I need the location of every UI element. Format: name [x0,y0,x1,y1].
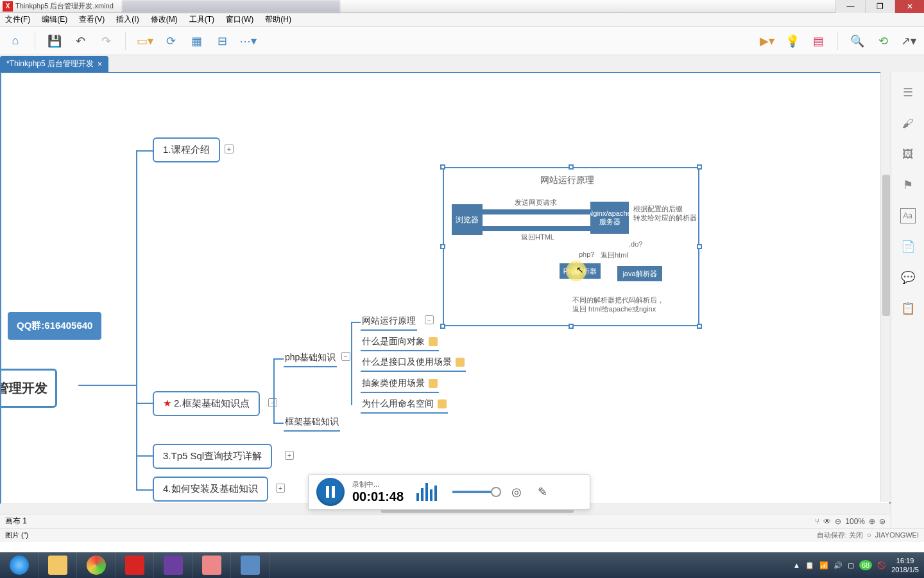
menu-help[interactable]: 帮助(H) [262,14,294,25]
root-topic[interactable]: 5 后台管理开发 [0,369,57,408]
start-button[interactable] [0,552,38,578]
pause-button[interactable] [316,478,345,506]
menu-file[interactable]: 文件(F) [3,14,33,25]
menu-view[interactable]: 查看(V) [76,14,107,25]
relationship-icon[interactable]: ⟳ [160,31,181,51]
sub-oop[interactable]: 什么是面向对象 [361,333,439,351]
diagram-desc1: 根据配置的后缀 [633,204,683,214]
tray-icon[interactable]: 🔊 [834,561,843,570]
app-icon[interactable] [193,552,231,578]
resize-handle[interactable] [569,324,574,329]
marker-icon[interactable]: ⚑ [900,177,916,193]
more-icon[interactable]: ⋯▾ [237,31,258,51]
image-icon[interactable]: 🖼 [900,146,916,162]
volume-slider[interactable] [452,491,497,493]
insert-topic-icon[interactable]: ▭▾ [135,31,155,51]
phpstorm-icon[interactable] [154,552,193,578]
collapse-icon[interactable]: − [341,352,350,361]
recorder-widget[interactable]: 录制中... 00:01:48 ◎ ✎ [308,474,590,510]
font-icon[interactable]: Aa [900,208,916,223]
vertical-scrollbar[interactable] [880,72,891,502]
node-install[interactable]: 4.如何安装及基础知识 [153,477,268,502]
zoom-out-icon[interactable]: ⊖ [835,517,841,526]
tab-close-icon[interactable]: × [98,60,102,69]
clock-time: 16:19 [891,556,919,565]
node-sql[interactable]: 3.Tp5 Sql查询技巧详解 [153,444,272,469]
eye-icon[interactable]: 👁 [823,517,831,526]
redo-icon[interactable]: ↷ [96,31,116,51]
scrollbar-thumb[interactable] [882,175,890,316]
autosave-status: 自动保存: 关闭 [817,531,863,539]
expand-icon[interactable]: + [285,451,294,460]
webcam-icon[interactable]: ◎ [508,483,526,501]
canvas[interactable]: QQ群:616405640 5 后台管理开发 1.课程介绍 + 2.框架基础知识… [0,72,891,515]
menu-window[interactable]: 窗口(W) [223,14,256,25]
format-icon[interactable]: 🖌 [900,116,916,131]
idea-icon[interactable]: 💡 [782,31,803,51]
resize-handle[interactable] [697,164,702,170]
tray-badge[interactable]: 68 [859,560,872,570]
expand-icon[interactable]: + [276,484,285,493]
sub-web-principle[interactable]: 网站运行原理 [361,313,417,331]
resize-handle[interactable] [440,244,445,249]
resize-handle[interactable] [569,164,574,170]
annotate-icon[interactable]: ✎ [533,483,551,501]
clock[interactable]: 16:19 2018/1/5 [891,556,919,575]
menu-insert[interactable]: 插入(I) [114,14,141,25]
filter-icon[interactable]: ⑂ [815,517,819,526]
zoom-in-icon[interactable]: ⊕ [869,517,875,526]
tray-icon[interactable]: 📶 [819,561,828,570]
sub-framework-basics[interactable]: 框架基础知识 [284,414,340,432]
zoom-fit-icon[interactable]: ⊜ [879,517,886,526]
resize-handle[interactable] [440,324,445,329]
chrome-icon[interactable] [77,552,116,578]
tray-icon[interactable]: 🚫 [877,561,886,570]
resize-handle[interactable] [440,164,445,170]
expand-icon[interactable]: + [225,144,234,153]
minimize-button[interactable]: — [835,0,865,13]
search-icon[interactable]: 🔍 [847,31,868,51]
undo-icon[interactable]: ↶ [70,31,90,51]
task-icon[interactable]: 📋 [900,301,916,316]
node-framework-basics[interactable]: 2.框架基础知识点 [153,391,260,416]
explorer-icon[interactable] [38,552,77,578]
outline-icon[interactable]: ☰ [900,85,916,100]
maximize-button[interactable]: ❐ [865,0,894,13]
comments-icon[interactable]: 💬 [900,270,916,285]
notes-icon[interactable]: 📄 [900,239,916,254]
collapse-icon[interactable]: − [425,315,434,324]
window-controls: — ❐ ✕ [835,0,924,13]
export-icon[interactable]: ↗▾ [898,31,919,51]
menu-modify[interactable]: 修改(M) [148,14,180,25]
resize-handle[interactable] [697,324,702,329]
home-icon[interactable]: ⌂ [5,31,26,51]
summary-icon[interactable]: ⊟ [212,31,232,51]
presentation-icon[interactable]: ▶▾ [757,31,777,51]
qq-node[interactable]: QQ群:616405640 [8,312,101,340]
app-icon[interactable] [231,552,270,578]
sub-namespace[interactable]: 为什么用命名空间 [361,396,448,414]
xmind-icon[interactable] [116,552,154,578]
window-title: Thinkphp5 后台管理开发.xmind [15,1,114,11]
node-intro[interactable]: 1.课程介绍 [153,137,220,162]
gantt-icon[interactable]: ▤ [808,31,828,51]
tray-icon[interactable]: ▢ [848,561,854,570]
share-icon[interactable]: ⟲ [873,31,893,51]
selected-image-frame[interactable]: 网站运行原理 浏览器 Nginx/apache服务器 发送网页请求 返回HTML… [443,167,699,326]
menu-edit[interactable]: 编辑(E) [39,14,70,25]
sheet-name[interactable]: 画布 1 [5,516,27,527]
document-tab[interactable]: *Thinkphp5 后台管理开发 × [0,56,108,72]
tray-icon[interactable]: 📋 [805,561,814,570]
boundary-icon[interactable]: ▦ [186,31,207,51]
menu-tools[interactable]: 工具(T) [187,14,217,25]
tray-up-icon[interactable]: ▲ [793,561,800,569]
close-button[interactable]: ✕ [894,0,924,13]
resize-handle[interactable] [697,244,702,249]
diagram-send-req: 发送网页请求 [515,198,557,207]
collapse-icon[interactable]: − [268,398,277,407]
save-icon[interactable]: 💾 [44,31,65,51]
document-tab-bar: *Thinkphp5 后台管理开发 × [0,55,924,72]
sub-abstract[interactable]: 抽象类使用场景 [361,375,439,393]
sub-php-basics[interactable]: php基础知识 [284,349,337,367]
sub-interface[interactable]: 什么是接口及使用场景 [361,354,466,372]
